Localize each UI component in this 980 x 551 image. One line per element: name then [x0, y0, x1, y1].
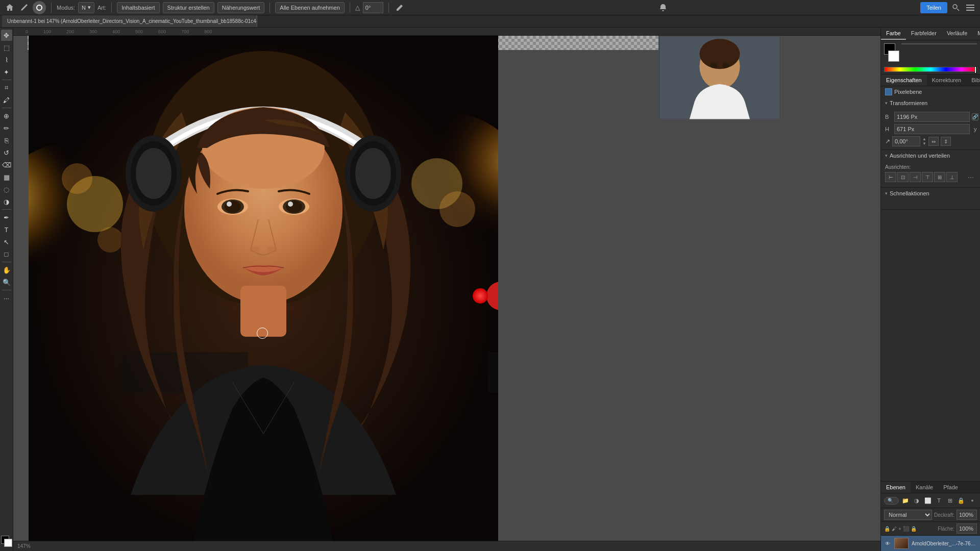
naherung-btn[interactable]: Näherungswert	[217, 2, 265, 13]
flip-v-btn[interactable]: ⇕	[941, 137, 951, 146]
tab-muster[interactable]: Muster	[972, 28, 980, 40]
color-gradient-picker[interactable]	[901, 43, 977, 44]
background-color[interactable]	[4, 539, 12, 547]
lock-btn[interactable]: 🔒	[957, 495, 966, 506]
history-brush[interactable]: ↺	[1, 147, 12, 158]
tab-verlaufe[interactable]: Verläufe	[942, 28, 972, 40]
transform-header[interactable]: ▾ Transformieren	[881, 97, 980, 109]
tab-kanale[interactable]: Kanäle	[911, 482, 938, 493]
quick-actions-label: Schnellaktionen	[890, 190, 929, 196]
text-layer-btn[interactable]: T	[935, 495, 944, 506]
active-tool-icon[interactable]	[33, 1, 46, 14]
text-tool[interactable]: T	[1, 224, 12, 235]
tab-pfade[interactable]: Pfade	[938, 482, 963, 493]
modus-dropdown[interactable]: N ▾	[78, 2, 94, 13]
align-bottom-btn[interactable]: ⊥	[946, 172, 958, 182]
video-preview	[658, 36, 781, 120]
align-left-btn[interactable]: ⊢	[885, 172, 896, 182]
align-right-btn[interactable]: ⊣	[910, 172, 921, 182]
angle-input[interactable]	[363, 2, 383, 13]
angle-arrows: ▲ ▼	[922, 137, 926, 146]
document-tab[interactable]: Unbenannt-1 bei 147% (ArnoldOberleiter_D…	[2, 15, 257, 27]
dodge-tool[interactable]: ◑	[1, 196, 12, 207]
opacity-input[interactable]	[957, 510, 977, 520]
canvas-content[interactable]	[13, 36, 880, 551]
heal-tool[interactable]: ⊕	[1, 110, 12, 121]
search-icon[interactable]	[950, 2, 962, 13]
layer-item[interactable]: 👁 ArnoldOberleiter_...-7e-7658fe030679	[881, 536, 980, 551]
layer-thumb-inner	[895, 538, 908, 548]
more-options-btn[interactable]: ···	[966, 172, 976, 182]
tab-farbfelder[interactable]: Farbfelder	[906, 28, 942, 40]
brush-icon[interactable]	[18, 2, 30, 13]
hand-tool[interactable]: ✋	[1, 264, 12, 276]
new-group-btn[interactable]: 📁	[901, 495, 910, 506]
struktur-btn[interactable]: Struktur erstellen	[163, 2, 214, 13]
stamp-tool[interactable]: ⎘	[1, 135, 12, 146]
align-top-btn[interactable]: ⊤	[922, 172, 933, 182]
move-icons: +	[898, 526, 901, 532]
rotation-input[interactable]	[892, 136, 920, 146]
top-toolbar: Modus: N ▾ Art: Inhaltsbasiert Struktur …	[0, 0, 980, 15]
separator-5	[388, 3, 389, 13]
notification-icon[interactable]	[657, 2, 669, 13]
share-button[interactable]: Teilen	[920, 2, 947, 13]
width-input[interactable]	[894, 112, 970, 122]
link-layers-btn[interactable]: ●	[968, 495, 977, 506]
adjustment-btn[interactable]: ◑	[912, 495, 921, 506]
pen-tool[interactable]: ✒	[1, 212, 12, 223]
crop-tool[interactable]: ⌗	[1, 82, 12, 93]
lasso-tool[interactable]: ⌇	[1, 54, 12, 65]
layers-toolbar: 🔍 📁 ◑ ⬜ T ⊞ 🔒 ●	[881, 493, 980, 508]
tab-farbe[interactable]: Farbe	[881, 28, 906, 40]
align-header[interactable]: ▾ Ausrichten und verteilen	[881, 150, 980, 161]
svg-point-44	[710, 63, 717, 68]
zoom-tool[interactable]: 🔍	[1, 277, 12, 288]
eyedropper-tool[interactable]: 🖍	[1, 94, 12, 106]
smart-object-btn[interactable]: ⊞	[945, 495, 954, 506]
video-preview-inner	[659, 36, 780, 119]
layer-visibility-toggle[interactable]: 👁	[884, 540, 891, 547]
alle-ebenen-btn[interactable]: Alle Ebenen aufnehmen	[275, 2, 344, 13]
path-select-tool[interactable]: ↖	[1, 236, 12, 247]
gradient-tool[interactable]: ▦	[1, 171, 12, 183]
pencil-icon[interactable]	[394, 2, 405, 13]
align-center-h-btn[interactable]: ⊡	[897, 172, 909, 182]
tab-ebenen[interactable]: Ebenen	[881, 482, 911, 493]
inhaltsbasiert-btn[interactable]: Inhaltsbasiert	[117, 2, 159, 13]
properties-panel: Eigenschaften Korrekturen Bibliotheken P…	[881, 74, 980, 481]
shape-tool[interactable]: □	[1, 248, 12, 260]
color-panel: Farbe Farbfelder Verläufe Muster	[881, 28, 980, 74]
svg-point-45	[722, 63, 729, 68]
move-tool[interactable]: ✥	[1, 30, 12, 41]
blur-tool[interactable]: ◌	[1, 184, 12, 195]
home-icon[interactable]	[4, 2, 15, 13]
blend-mode-select[interactable]: Normal	[884, 510, 932, 520]
hue-slider[interactable]	[884, 67, 977, 72]
tab-bibliotheken[interactable]: Bibliotheken	[966, 74, 980, 86]
lock-icon-2: 🔒	[911, 526, 917, 532]
select-tool[interactable]: ⬚	[1, 42, 12, 53]
flip-h-btn[interactable]: ⇔	[928, 137, 939, 146]
svg-point-0	[37, 5, 42, 10]
angle-up[interactable]: ▲	[922, 137, 926, 141]
extra-tools[interactable]: ···	[1, 292, 12, 304]
portrait-svg	[29, 36, 498, 551]
layers-search: 🔍	[884, 497, 899, 505]
align-center-v-btn[interactable]: ⊞	[934, 172, 945, 182]
background-swatch[interactable]	[888, 51, 899, 62]
svg-rect-5	[966, 10, 974, 11]
flaehe-input[interactable]	[957, 523, 977, 534]
mask-btn[interactable]: ⬜	[923, 495, 933, 506]
eraser-tool[interactable]: ⌫	[1, 159, 12, 170]
quick-actions-header[interactable]: ▾ Schnellaktionen	[881, 188, 980, 199]
hamburger-icon[interactable]	[965, 2, 976, 13]
tab-eigenschaften[interactable]: Eigenschaften	[881, 74, 927, 86]
layers-tabs: Ebenen Kanäle Pfade	[881, 482, 980, 493]
angle-down[interactable]: ▼	[922, 142, 926, 146]
magic-wand-tool[interactable]: ✦	[1, 66, 12, 78]
link-icon[interactable]: 🔗	[972, 113, 978, 120]
tab-korrekturen[interactable]: Korrekturen	[927, 74, 966, 86]
height-input[interactable]	[894, 124, 970, 134]
brush-tool[interactable]: ✏	[1, 122, 12, 134]
